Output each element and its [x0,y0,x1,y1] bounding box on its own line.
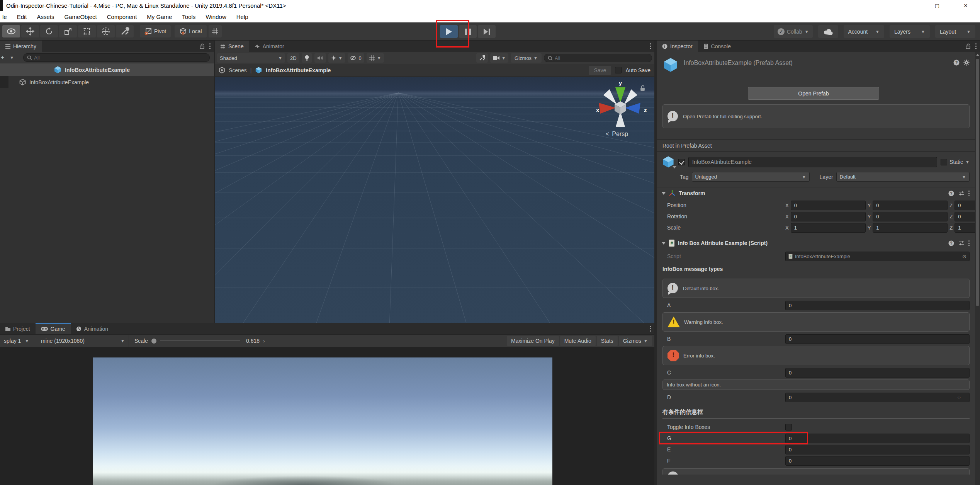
scale-y-field[interactable] [873,223,948,233]
breadcrumb-scenes[interactable]: Scenes [229,67,247,73]
rect-tool-button[interactable] [78,25,96,37]
foldout-icon[interactable] [662,242,666,245]
inspector-scrollbar[interactable] [975,52,980,485]
field-a-input[interactable] [785,301,970,310]
display-dropdown[interactable]: splay 1 ▼ [0,335,37,347]
scale-z-field[interactable] [955,223,975,233]
preset-icon[interactable] [958,191,964,196]
tab-animator[interactable]: Animator [249,41,290,52]
position-x-field[interactable] [791,201,866,210]
script-component-header[interactable]: # Info Box Attribute Example (Script) ? [657,237,975,249]
field-g-input[interactable] [785,434,970,443]
toggle-2d-button[interactable]: 2D [287,53,299,63]
layers-dropdown[interactable]: Layers ▼ [890,25,930,38]
scene-searchbox[interactable] [544,54,652,62]
minimize-button[interactable]: — [894,0,923,11]
hierarchy-prefab-root-row[interactable]: InfoBoxAttributeExample [0,63,214,76]
pause-button[interactable] [459,25,477,38]
field-d-input[interactable] [785,393,970,402]
help-icon[interactable]: ? [953,60,960,66]
tab-animation[interactable]: Animation [71,323,114,334]
rotate-tool-button[interactable] [40,25,58,37]
breadcrumb-prefab[interactable]: InfoBoxAttributeExample [266,67,331,73]
menu-window[interactable]: Window [200,14,231,20]
menu-assets[interactable]: Assets [32,14,59,20]
active-checkbox[interactable] [678,159,685,165]
gameobject-name-input[interactable] [688,157,937,167]
maximize-button[interactable]: ▢ [923,0,951,11]
rotation-z-field[interactable] [955,212,975,221]
kebab-menu-icon[interactable] [209,43,211,49]
object-picker-icon[interactable]: ⊙ [962,254,966,259]
kebab-menu-icon[interactable] [968,191,970,196]
cloud-button[interactable] [818,25,838,38]
chevron-down-icon[interactable]: ▼ [965,160,970,164]
menu-gameobject[interactable]: GameObject [59,14,102,20]
script-object-field[interactable]: # InfoBoxAttributeExample ⊙ [785,252,970,261]
pivot-toggle-button[interactable]: Pivot [140,25,171,37]
help-icon[interactable]: ? [948,191,954,196]
static-checkbox[interactable] [941,159,947,165]
field-b-input[interactable] [785,334,970,344]
rotation-y-field[interactable] [873,212,948,221]
tab-game[interactable]: Game [36,323,71,334]
auto-save-checkbox[interactable] [615,67,622,73]
hidden-objects-toggle[interactable]: 0 [348,53,364,63]
menu-mygame[interactable]: My Game [142,14,177,20]
tab-inspector[interactable]: Inspector [657,41,698,52]
open-prefab-button[interactable]: Open Prefab [748,87,879,100]
preset-icon[interactable] [958,240,964,246]
lock-open-icon[interactable] [640,85,645,91]
shading-mode-dropdown[interactable]: Shaded ▼ [217,53,285,63]
scene-effects-dropdown[interactable]: ▼ [328,53,345,63]
tab-project[interactable]: Project [0,323,36,334]
menu-help[interactable]: Help [231,14,253,20]
menu-component[interactable]: Component [102,14,142,20]
view-tool-button[interactable] [2,25,20,37]
hierarchy-search-input[interactable] [34,55,206,61]
tab-scene[interactable]: Scene [215,41,249,52]
hierarchy-child-row[interactable]: InfoBoxAttributeExample [0,76,214,88]
account-dropdown[interactable]: Account ▼ [844,25,884,38]
scene-lighting-button[interactable] [302,53,312,63]
game-gizmos-dropdown[interactable]: Gizmos ▼ [619,336,652,346]
field-c-input[interactable] [785,368,970,378]
chevron-down-icon[interactable] [673,166,676,168]
tab-hierarchy[interactable]: Hierarchy [0,41,42,52]
scene-search-input[interactable] [555,55,648,61]
resolution-dropdown[interactable]: mine (1920x1080) ▼ [37,335,129,347]
toggle-info-boxes-checkbox[interactable] [785,424,792,431]
kebab-menu-icon[interactable] [968,240,970,246]
chevron-down-icon[interactable]: ▼ [10,55,14,60]
scrollbar-thumb[interactable] [976,59,979,306]
tab-console[interactable]: Console [698,41,736,52]
field-e-input[interactable] [785,445,970,454]
layout-dropdown[interactable]: Layout ▼ [935,25,975,38]
scene-viewport[interactable]: y x z < Persp [215,77,654,323]
move-tool-button[interactable] [21,25,39,37]
close-button[interactable]: ✕ [951,0,980,11]
transform-tool-button[interactable] [97,25,115,37]
scene-tools-button[interactable] [476,53,488,63]
menu-edit[interactable]: Edit [12,14,32,20]
drag-arrows-icon[interactable]: ‹› [958,395,961,400]
scene-audio-button[interactable] [314,53,326,63]
create-plus-icon[interactable]: + [1,54,4,61]
lock-open-icon[interactable] [965,43,971,49]
scene-camera-dropdown[interactable]: ▼ [490,53,508,63]
field-f-input[interactable] [785,456,970,466]
position-y-field[interactable] [873,201,948,210]
play-button[interactable] [440,25,458,38]
scale-slider-track[interactable] [160,340,240,341]
maximize-on-play-toggle[interactable]: Maximize On Play [507,336,559,346]
transform-header[interactable]: Transform ? [657,187,975,199]
mute-audio-toggle[interactable]: Mute Audio [560,336,596,346]
step-button[interactable] [478,25,496,38]
save-button[interactable]: Save [589,66,611,75]
local-toggle-button[interactable]: Local [175,25,206,37]
custom-tools-button[interactable] [116,25,134,37]
lock-open-icon[interactable] [199,43,205,49]
perspective-toggle[interactable]: < Persp [606,131,628,138]
position-z-field[interactable] [955,201,975,210]
game-viewport[interactable] [93,357,552,485]
